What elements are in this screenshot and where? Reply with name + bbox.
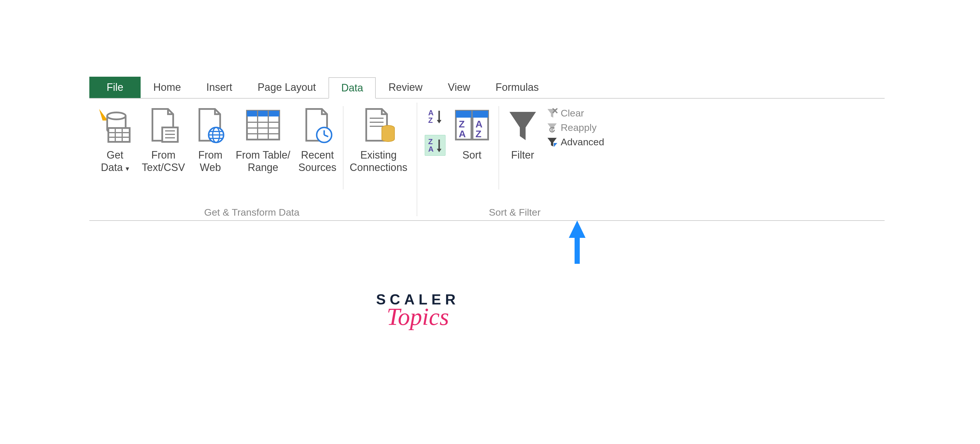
excel-ribbon-container: File Home Insert Page Layout Data Review… (89, 78, 885, 221)
from-table-range-label: From Table/ Range (236, 149, 290, 174)
tab-view[interactable]: View (435, 77, 483, 98)
separator (343, 106, 344, 189)
get-data-icon (96, 104, 134, 147)
from-table-range-button[interactable]: From Table/ Range (232, 102, 294, 205)
clear-label: Clear (561, 107, 584, 119)
group-sort-filter-label: Sort & Filter (422, 205, 607, 219)
reapply-filter-icon (546, 122, 558, 133)
cursor-arrow-icon (567, 220, 587, 267)
get-data-label: Get Data ▾ (101, 149, 129, 174)
separator (498, 106, 499, 189)
group-get-transform-data: Get Data ▾ From Text/CSV (89, 99, 414, 220)
group-get-transform-label: Get & Transform Data (92, 205, 412, 219)
tab-formulas[interactable]: Formulas (483, 77, 552, 98)
svg-point-1 (107, 112, 126, 119)
advanced-label: Advanced (561, 136, 604, 148)
svg-rect-2 (108, 128, 130, 142)
sort-label: Sort (463, 149, 482, 161)
svg-text:Z: Z (428, 116, 433, 125)
svg-text:Z: Z (459, 118, 465, 129)
advanced-filter-icon (546, 136, 558, 148)
svg-marker-53 (554, 143, 557, 147)
filter-icon (506, 104, 540, 147)
svg-marker-46 (509, 112, 536, 140)
svg-rect-17 (247, 111, 279, 117)
from-web-icon (193, 104, 228, 147)
svg-rect-40 (456, 111, 471, 118)
sort-button[interactable]: Z A A Z Sort (448, 102, 496, 205)
sort-az-icon: A Z (426, 108, 444, 125)
ribbon-tabs: File Home Insert Page Layout Data Review… (89, 78, 885, 98)
from-web-button[interactable]: From Web (189, 102, 232, 205)
from-text-csv-button[interactable]: From Text/CSV (138, 102, 189, 205)
sort-ascending-button[interactable]: A Z (425, 106, 445, 127)
tab-data[interactable]: Data (328, 77, 376, 99)
advanced-filter-button[interactable]: Advanced (546, 136, 604, 148)
svg-rect-41 (473, 111, 488, 118)
tab-insert[interactable]: Insert (194, 77, 245, 98)
from-table-range-icon (243, 104, 283, 147)
recent-sources-button[interactable]: Recent Sources (294, 102, 340, 205)
sort-descending-button[interactable]: Z A (425, 135, 445, 156)
tab-file[interactable]: File (89, 77, 141, 98)
svg-text:A: A (428, 145, 434, 153)
clear-filter-icon (546, 107, 558, 119)
separator (417, 103, 417, 216)
svg-text:A: A (476, 118, 483, 129)
ribbon: Get Data ▾ From Text/CSV (89, 98, 885, 221)
recent-sources-icon (300, 104, 334, 147)
get-data-button[interactable]: Get Data ▾ (92, 102, 138, 205)
recent-sources-label: Recent Sources (298, 149, 336, 174)
svg-marker-33 (437, 120, 441, 123)
svg-text:Z: Z (476, 128, 482, 139)
scaler-topics-logo: SCALER Topics (360, 291, 476, 331)
group-sort-filter: A Z Z A (420, 99, 610, 220)
from-text-csv-icon (146, 104, 181, 147)
svg-marker-37 (437, 149, 441, 152)
reapply-label: Reapply (561, 122, 597, 133)
svg-text:A: A (459, 128, 466, 139)
existing-connections-label: Existing Connections (350, 149, 407, 174)
filter-button[interactable]: Filter (501, 102, 544, 205)
sort-za-icon: Z A (426, 137, 444, 154)
reapply-filter-button[interactable]: Reapply (546, 122, 604, 133)
tab-page-layout[interactable]: Page Layout (245, 77, 328, 98)
svg-marker-54 (569, 220, 585, 264)
from-text-csv-label: From Text/CSV (142, 149, 185, 174)
existing-connections-icon (360, 104, 397, 147)
sort-icon: Z A A Z (452, 104, 492, 147)
tab-review[interactable]: Review (376, 77, 435, 98)
clear-filter-button[interactable]: Clear (546, 107, 604, 119)
tab-home[interactable]: Home (141, 77, 194, 98)
from-web-label: From Web (198, 149, 223, 174)
existing-connections-button[interactable]: Existing Connections (346, 102, 412, 205)
filter-label: Filter (511, 149, 534, 161)
